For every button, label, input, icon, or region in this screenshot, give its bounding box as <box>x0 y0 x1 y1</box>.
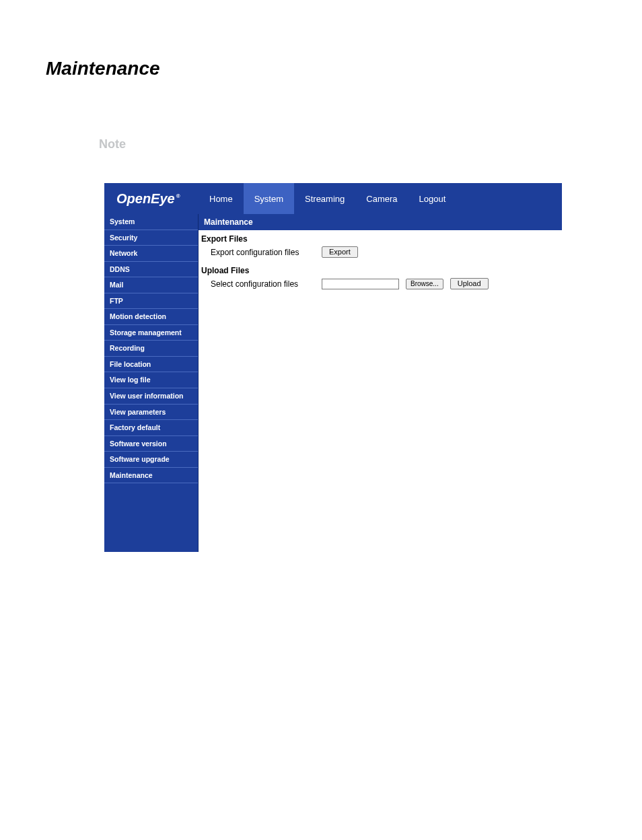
upload-button[interactable]: Upload <box>450 278 489 289</box>
app-body: System Security Network DDNS Mail FTP Mo… <box>104 214 562 552</box>
sidebar-item-ftp[interactable]: FTP <box>104 293 198 310</box>
sidebar-item-software-upgrade[interactable]: Software upgrade <box>104 452 198 468</box>
sidebar-item-motion-detection[interactable]: Motion detection <box>104 309 198 325</box>
sidebar-item-ddns[interactable]: DDNS <box>104 262 198 278</box>
export-button[interactable]: Export <box>322 246 358 258</box>
upload-row: Select configuration files Browse... Upl… <box>199 277 562 296</box>
sidebar-item-network[interactable]: Network <box>104 246 198 262</box>
export-label: Export configuration files <box>211 248 315 257</box>
export-files-heading: Export Files <box>199 233 562 245</box>
upload-label: Select configuration files <box>211 279 315 289</box>
sidebar-item-view-parameters[interactable]: View parameters <box>104 405 198 421</box>
logo-text: OpenEye <box>116 191 175 206</box>
logo-trademark: ® <box>176 193 180 199</box>
sidebar-item-maintenance[interactable]: Maintenance <box>104 468 198 484</box>
sidebar-item-software-version[interactable]: Software version <box>104 436 198 452</box>
sidebar: System Security Network DDNS Mail FTP Mo… <box>104 214 199 552</box>
app-window: OpenEye® Home System Streaming Camera Lo… <box>104 183 562 552</box>
nav-streaming[interactable]: Streaming <box>294 183 355 214</box>
sidebar-item-recording[interactable]: Recording <box>104 341 198 357</box>
sidebar-item-security[interactable]: Security <box>104 230 198 246</box>
content-pane: Maintenance Export Files Export configur… <box>199 214 562 552</box>
nav-logout[interactable]: Logout <box>408 183 457 214</box>
top-nav: Home System Streaming Camera Logout <box>199 183 456 214</box>
app-header: OpenEye® Home System Streaming Camera Lo… <box>104 183 562 214</box>
note-heading: Note <box>99 137 642 151</box>
nav-home[interactable]: Home <box>199 183 244 214</box>
sidebar-item-view-user-information[interactable]: View user information <box>104 388 198 405</box>
sidebar-item-factory-default[interactable]: Factory default <box>104 420 198 436</box>
sidebar-item-file-location[interactable]: File location <box>104 357 198 373</box>
sidebar-item-storage-management[interactable]: Storage management <box>104 325 198 341</box>
export-row: Export configuration files Export <box>199 245 562 265</box>
logo: OpenEye® <box>104 191 199 207</box>
upload-files-heading: Upload Files <box>199 265 562 277</box>
page-title: Maintenance <box>46 58 642 79</box>
nav-system[interactable]: System <box>244 183 294 214</box>
nav-camera[interactable]: Camera <box>355 183 408 214</box>
sidebar-item-system[interactable]: System <box>104 214 198 230</box>
file-path-input[interactable] <box>322 279 399 289</box>
sidebar-item-view-log-file[interactable]: View log file <box>104 372 198 388</box>
content-title: Maintenance <box>199 214 562 230</box>
sidebar-item-mail[interactable]: Mail <box>104 277 198 293</box>
browse-button[interactable]: Browse... <box>406 279 443 289</box>
